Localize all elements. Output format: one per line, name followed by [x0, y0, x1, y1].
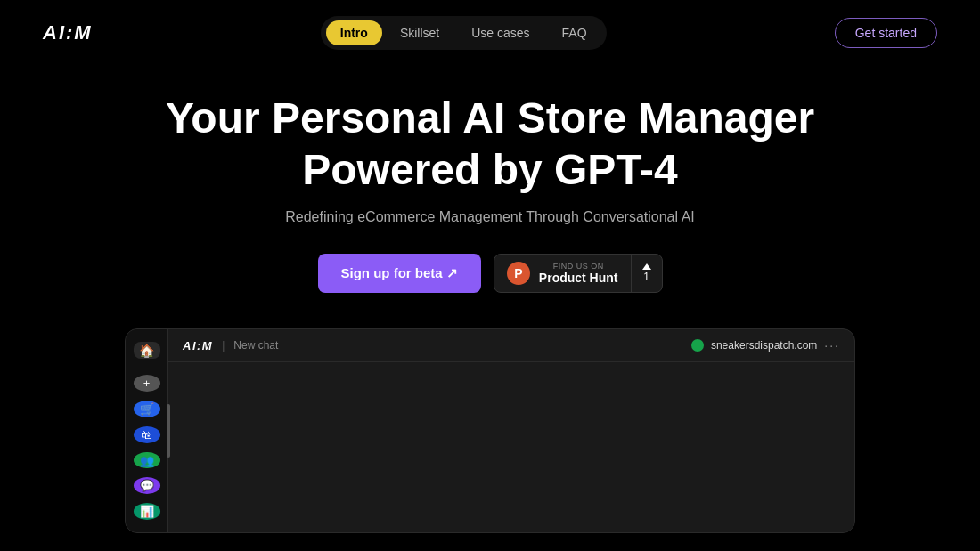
sidebar-users-icon[interactable]: 👥 [134, 452, 160, 469]
store-status-indicator [691, 339, 704, 352]
ph-votes: 1 [632, 256, 662, 290]
sidebar-chat-icon[interactable]: 💬 [134, 477, 160, 494]
sidebar-chart-icon[interactable]: 📊 [134, 503, 160, 520]
product-hunt-badge[interactable]: P FIND US ON Product Hunt 1 [494, 254, 663, 293]
ph-text-group: FIND US ON Product Hunt [539, 262, 618, 285]
app-new-chat-label[interactable]: New chat [233, 339, 278, 352]
sidebar-add-button[interactable]: + [134, 375, 160, 392]
logo: AI:M [43, 21, 93, 45]
ph-find-text: FIND US ON [539, 262, 618, 271]
store-name: sneakersdispatch.com [711, 339, 817, 352]
sidebar-home-icon[interactable]: 🏠 [134, 342, 160, 359]
nav-link-usecases[interactable]: Use cases [457, 20, 543, 45]
hero-headline: Your Personal AI Store Manager Powered b… [18, 93, 962, 195]
hero-section: Your Personal AI Store Manager Powered b… [0, 66, 980, 311]
app-topbar-left: AI:M | New chat [183, 339, 278, 352]
app-preview-wrapper: 🏠 + 🛒 🛍 👥 💬 📊 AI:M | New chat sneakersdi… [0, 311, 980, 533]
app-preview: 🏠 + 🛒 🛍 👥 💬 📊 AI:M | New chat sneakersdi… [125, 328, 855, 533]
ph-left: P FIND US ON Product Hunt [494, 255, 632, 292]
ph-name: Product Hunt [539, 271, 618, 285]
navbar: AI:M Intro Skillset Use cases FAQ Get st… [0, 0, 980, 66]
left-panel-indicator [167, 404, 170, 458]
ph-upvote-icon [642, 263, 651, 270]
ph-logo-icon: P [507, 262, 530, 285]
sidebar-cart-icon[interactable]: 🛒 [134, 401, 160, 417]
nav-link-skillset[interactable]: Skillset [386, 20, 453, 45]
signup-beta-button[interactable]: Sign up for beta ↗ [318, 254, 481, 293]
get-started-button[interactable]: Get started [835, 18, 937, 48]
app-topbar-right: sneakersdispatch.com ··· [691, 338, 840, 352]
sidebar-shop-icon[interactable]: 🛍 [134, 426, 160, 443]
app-topbar: AI:M | New chat sneakersdispatch.com ··· [168, 329, 854, 362]
cta-row: Sign up for beta ↗ P FIND US ON Product … [18, 254, 962, 293]
nav-links: Intro Skillset Use cases FAQ [321, 16, 607, 50]
nav-link-faq[interactable]: FAQ [548, 20, 601, 45]
app-logo-small: AI:M [183, 339, 213, 352]
hero-subtext: Redefining eCommerce Management Through … [18, 209, 962, 225]
app-main: AI:M | New chat sneakersdispatch.com ··· [168, 329, 854, 532]
dots-menu-icon[interactable]: ··· [824, 338, 840, 352]
app-separator: | [222, 339, 225, 352]
app-sidebar: 🏠 + 🛒 🛍 👥 💬 📊 [126, 329, 168, 532]
nav-link-intro[interactable]: Intro [326, 20, 382, 45]
app-content-area [168, 362, 854, 532]
logo-text: AI:M [43, 21, 93, 44]
